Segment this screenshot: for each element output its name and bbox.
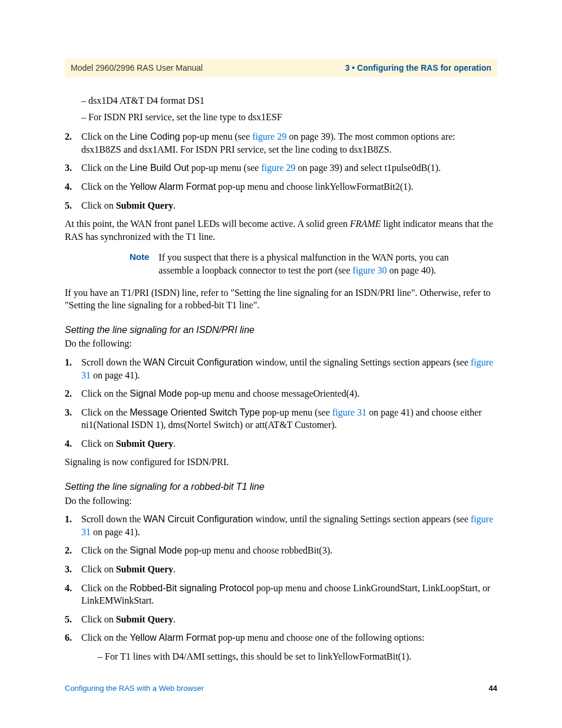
ui-term: Signal Mode	[130, 545, 182, 555]
text: Click on the	[81, 545, 130, 555]
section2-list: 1. Scroll down the WAN Circuit Configura…	[65, 513, 497, 663]
note-block: Note If you suspect that there is a phys…	[65, 251, 497, 276]
s2-item2: 2. Click on the Signal Mode pop-up menu …	[65, 544, 497, 557]
text: .	[173, 200, 176, 210]
text: Click on	[81, 614, 116, 624]
text: .	[173, 439, 176, 449]
list-num: 4.	[65, 180, 72, 193]
s1-item3: 3. Click on the Message Oriented Switch …	[65, 406, 497, 431]
text: window, until the signaling Settings sec…	[253, 514, 471, 524]
text: Click on the	[81, 633, 130, 643]
figure-link[interactable]: figure 31	[332, 407, 366, 417]
section1-after: Signaling is now configured for ISDN/PRI…	[65, 456, 497, 469]
para-frame: At this point, the WAN front panel LEDs …	[65, 218, 497, 243]
submit-query: Submit Query	[116, 614, 173, 624]
text: Scroll down the	[81, 357, 143, 367]
section2-intro: Do the following:	[65, 495, 497, 508]
header-right: 3 • Configuring the RAS for operation	[345, 62, 491, 74]
list-1: 2. Click on the Line Coding pop-up menu …	[65, 130, 497, 212]
submit-query: Submit Query	[116, 200, 173, 210]
text: At this point, the WAN front panel LEDs …	[65, 219, 350, 229]
section1-list: 1. Scroll down the WAN Circuit Configura…	[65, 356, 497, 450]
ui-term: Line Build Out	[130, 163, 189, 173]
list-num: 4.	[65, 437, 72, 450]
ui-term: Message Oriented Switch Type	[130, 407, 260, 417]
list-num: 4.	[65, 582, 72, 595]
section1-intro: Do the following:	[65, 337, 497, 350]
submit-query: Submit Query	[116, 564, 173, 574]
ui-term: WAN Circuit Configuration	[143, 514, 253, 524]
figure-link[interactable]: figure 30	[353, 265, 387, 275]
s2-item5: 5. Click on Submit Query.	[65, 613, 497, 626]
header-left: Model 2960/2996 RAS User Manual	[71, 62, 203, 74]
text: pop-up menu and choose robbedBit(3).	[182, 545, 332, 555]
submit-query: Submit Query	[116, 439, 173, 449]
figure-link[interactable]: figure 29	[261, 163, 295, 173]
header-bar: Model 2960/2996 RAS User Manual 3 • Conf…	[65, 59, 497, 77]
list-num: 2.	[65, 387, 72, 400]
text: pop-up menu (see	[180, 131, 253, 141]
s2-item6: 6. Click on the Yellow Alarm Format pop-…	[65, 631, 497, 663]
text: .	[173, 614, 176, 624]
ui-term: Yellow Alarm Format	[130, 633, 216, 643]
text: Click on the	[81, 182, 130, 192]
list1-item5: 5. Click on Submit Query.	[65, 199, 497, 212]
list1-item4: 4. Click on the Yellow Alarm Format pop-…	[65, 180, 497, 193]
note-label: Note	[130, 251, 158, 276]
list1-item2: 2. Click on the Line Coding pop-up menu …	[65, 130, 497, 156]
list-num: 2.	[65, 544, 72, 557]
text: .	[173, 564, 176, 574]
list-num: 5.	[65, 613, 72, 626]
page: Model 2960/2996 RAS User Manual 3 • Conf…	[0, 0, 562, 728]
list-num: 3.	[65, 563, 72, 576]
s2-item1: 1. Scroll down the WAN Circuit Configura…	[65, 513, 497, 538]
text: pop-up menu (see	[260, 407, 332, 417]
list-num: 3.	[65, 162, 72, 174]
ui-term: Robbed-Bit signaling Protocol	[130, 583, 254, 593]
heading-isdn-pri: Setting the line signaling for an ISDN/P…	[65, 324, 497, 337]
text: on page 41).	[91, 370, 140, 380]
intro-bullet-1: – dsx1D4 AT&T D4 format DS1	[65, 94, 497, 107]
list-num: 5.	[65, 199, 72, 212]
text: Click on	[81, 564, 116, 574]
figure-link[interactable]: figure 29	[252, 131, 286, 141]
text: window, until the signaling Settings sec…	[253, 357, 471, 367]
text: Click on the	[81, 407, 130, 417]
ui-term: WAN Circuit Configuration	[143, 357, 253, 367]
heading-robbed-bit: Setting the line signaling for a robbed-…	[65, 480, 497, 493]
footer-left: Configuring the RAS with a Web browser	[65, 683, 204, 694]
note-text: If you suspect that there is a physical …	[158, 251, 474, 276]
s1-item1: 1. Scroll down the WAN Circuit Configura…	[65, 356, 497, 381]
text: on page 40).	[387, 265, 437, 275]
s2-item3: 3. Click on Submit Query.	[65, 563, 497, 576]
text: Click on the	[81, 131, 130, 141]
list-num: 3.	[65, 406, 72, 419]
text: Scroll down the	[81, 514, 143, 524]
frame-italic: FRAME	[350, 219, 381, 229]
text: pop-up menu and choose linkYellowFormatB…	[216, 182, 413, 192]
text: pop-up menu (see	[189, 163, 262, 173]
text: pop-up menu and choose one of the follow…	[216, 633, 424, 643]
list-num: 6.	[65, 631, 72, 644]
text: Click on	[81, 200, 116, 210]
content: – dsx1D4 AT&T D4 format DS1 – For ISDN P…	[65, 94, 497, 669]
s1-item4: 4. Click on Submit Query.	[65, 437, 497, 450]
para-reference: If you have an T1/PRI (ISDN) line, refer…	[65, 286, 497, 312]
s1-item2: 2. Click on the Signal Mode pop-up menu …	[65, 387, 497, 400]
text: Click on the	[81, 583, 130, 593]
list1-item3: 3. Click on the Line Build Out pop-up me…	[65, 162, 497, 174]
text: Click on the	[81, 163, 130, 173]
footer: Configuring the RAS with a Web browser 4…	[65, 683, 497, 694]
intro-bullet-2: – For ISDN PRI service, set the line typ…	[65, 111, 497, 124]
text: on page 39) and select t1pulse0dB(1).	[296, 163, 441, 173]
s2-item6-sub: – For T1 lines with D4/AMI settings, thi…	[81, 650, 497, 663]
text: Click on	[81, 439, 116, 449]
list-num: 1.	[65, 513, 72, 526]
ui-term: Signal Mode	[130, 388, 182, 398]
ui-term: Yellow Alarm Format	[130, 182, 216, 192]
s2-item4: 4. Click on the Robbed-Bit signaling Pro…	[65, 582, 497, 607]
ui-term: Line Coding	[130, 131, 180, 141]
text: pop-up menu and choose messageOriented(4…	[182, 388, 359, 398]
text: on page 41).	[91, 527, 140, 537]
list-num: 1.	[65, 356, 72, 369]
